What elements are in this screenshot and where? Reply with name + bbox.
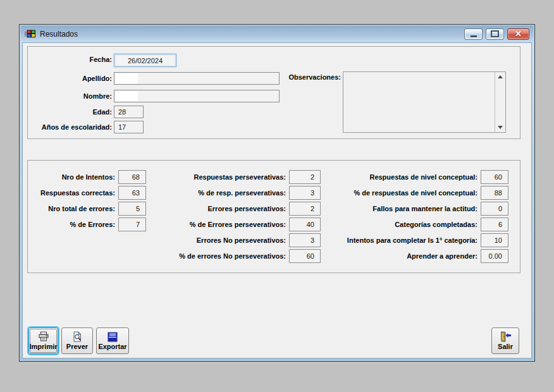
result-row: Fallos para mantener la actitud:0 <box>324 202 508 216</box>
result-row: Categorías completadas:6 <box>324 217 508 231</box>
titlebar[interactable]: Resultados ✕ <box>20 25 534 42</box>
arrow-up-icon <box>498 75 503 78</box>
nombre-field[interactable] <box>114 90 280 102</box>
redaction-patch <box>115 73 138 83</box>
result-label: Nro total de errores: <box>33 205 118 212</box>
observaciones-scrollbar[interactable] <box>495 72 505 132</box>
results-groupbox: Nro de Intentos:68Respuestas correctas:6… <box>27 160 520 273</box>
edad-label: Edad: <box>28 108 112 116</box>
exportar-button[interactable]: Exportar <box>96 328 129 354</box>
result-value-field[interactable]: 60 <box>481 170 508 184</box>
observaciones-label: Observaciones: <box>243 73 341 81</box>
result-label: Errores No perseverativos: <box>142 236 289 244</box>
results-column-3: Respuestas de nivel conceptual:60% de re… <box>324 170 508 265</box>
result-label: % de Errores: <box>33 221 118 228</box>
result-label: Errores perseverativos: <box>142 205 289 212</box>
salir-button[interactable]: Salir <box>491 328 519 354</box>
result-value-field[interactable]: 0 <box>481 202 508 216</box>
result-row: % de respuestas de nivel conceptual:88 <box>324 186 508 200</box>
scroll-up-button[interactable] <box>495 72 505 82</box>
result-row: % de resp. perseverativas:3 <box>142 186 321 200</box>
close-icon: ✕ <box>515 30 522 38</box>
result-value-field[interactable]: 6 <box>481 217 508 231</box>
result-row: Intentos para completar ls 1° categoría:… <box>324 233 508 247</box>
result-label: Respuestas correctas: <box>33 189 118 197</box>
observaciones-textarea[interactable] <box>343 71 506 133</box>
result-row: Respuestas correctas:63 <box>33 186 146 200</box>
prever-label: Prever <box>66 343 88 350</box>
fecha-field[interactable]: 26/02/2024 <box>114 54 176 67</box>
minimize-icon <box>471 35 477 37</box>
result-label: Respuestas de nivel conceptual: <box>324 173 481 181</box>
result-row: Errores perseverativos:2 <box>142 202 321 216</box>
results-column-2: Respuestas perseverativas:2% de resp. pe… <box>142 170 321 265</box>
result-row: Respuestas perseverativas:2 <box>142 170 321 184</box>
result-value-field[interactable]: 2 <box>289 202 321 216</box>
escolaridad-label: Años de escolaridad: <box>28 123 112 131</box>
result-label: % de Errores perseverativos: <box>142 221 289 228</box>
result-label: Fallos para mantener la actitud: <box>324 205 481 212</box>
nombre-label: Nombre: <box>28 92 112 100</box>
result-value-field[interactable]: 2 <box>289 170 321 184</box>
prever-button[interactable]: Prever <box>61 328 93 354</box>
result-value-field[interactable]: 88 <box>481 186 508 200</box>
resultados-window: Resultados ✕ Fecha: 26/02/2024 Apellido:… <box>19 24 535 362</box>
result-row: Nro total de errores:5 <box>33 202 146 216</box>
result-value-field[interactable]: 60 <box>289 249 321 263</box>
result-label: Intentos para completar ls 1° categoría: <box>324 236 481 244</box>
result-row: Aprender a aprender:0.00 <box>324 249 508 263</box>
close-button[interactable]: ✕ <box>507 28 529 40</box>
result-row: % de Errores perseverativos:40 <box>142 217 321 231</box>
maximize-button[interactable] <box>486 28 504 40</box>
result-label: % de resp. perseverativas: <box>142 189 289 197</box>
result-label: Categorías completadas: <box>324 221 481 228</box>
apellido-label: Apellido: <box>28 75 112 82</box>
result-value-field[interactable]: 3 <box>289 186 321 200</box>
exit-door-icon <box>499 331 512 342</box>
printer-icon <box>38 331 49 342</box>
result-row: Nro de Intentos:68 <box>33 170 146 184</box>
print-preview-icon <box>72 331 82 342</box>
results-column-1: Nro de Intentos:68Respuestas correctas:6… <box>33 170 146 233</box>
imprimir-button[interactable]: Imprimir <box>28 328 58 354</box>
result-label: % de respuestas de nivel conceptual: <box>324 189 481 197</box>
patient-groupbox: Fecha: 26/02/2024 Apellido: Nombre: Edad… <box>27 46 520 139</box>
fecha-value: 26/02/2024 <box>128 57 163 64</box>
save-floppy-icon <box>108 332 118 342</box>
edad-field[interactable]: 28 <box>114 106 144 118</box>
escolaridad-field[interactable]: 17 <box>114 121 144 133</box>
minimize-button[interactable] <box>464 28 483 40</box>
salir-label: Salir <box>498 343 513 350</box>
exportar-label: Exportar <box>98 343 126 350</box>
result-row: % de errores No perseverativos:60 <box>142 249 321 263</box>
scroll-down-button[interactable] <box>495 123 505 132</box>
fecha-label: Fecha: <box>28 56 112 63</box>
result-label: % de errores No perseverativos: <box>142 252 289 260</box>
client-area: Fecha: 26/02/2024 Apellido: Nombre: Edad… <box>22 42 532 358</box>
arrow-down-icon <box>498 126 503 129</box>
result-value-field[interactable]: 10 <box>481 233 508 247</box>
result-value-field[interactable]: 40 <box>289 217 321 231</box>
edad-value: 28 <box>118 108 126 116</box>
window-title: Resultados <box>40 30 78 39</box>
result-value-field[interactable]: 0.00 <box>481 249 508 263</box>
result-row: % de Errores:7 <box>33 217 146 231</box>
redaction-patch <box>115 91 138 101</box>
escolaridad-value: 17 <box>118 123 126 131</box>
result-label: Aprender a aprender: <box>324 252 481 260</box>
result-value-field[interactable]: 3 <box>289 233 321 247</box>
maximize-icon <box>491 30 499 37</box>
result-row: Errores No perseverativos:3 <box>142 233 321 247</box>
result-label: Nro de Intentos: <box>33 173 118 181</box>
result-label: Respuestas perseverativas: <box>142 173 289 181</box>
imprimir-label: Imprimir <box>30 343 58 350</box>
windows-logo-icon <box>25 30 36 39</box>
result-row: Respuestas de nivel conceptual:60 <box>324 170 508 184</box>
